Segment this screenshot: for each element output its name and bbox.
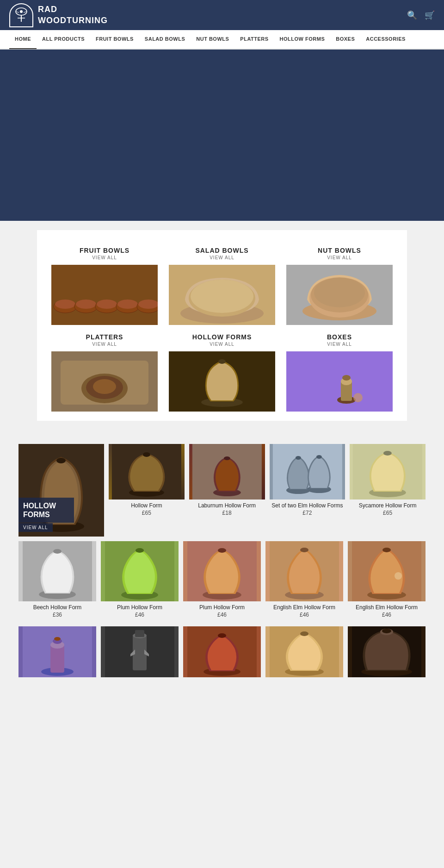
hollow-products-row3 <box>18 626 426 680</box>
product-price: £65 <box>142 510 151 516</box>
category-image <box>51 265 158 325</box>
nav-item-salad-bowls[interactable]: SALAD BOWLS <box>139 30 191 49</box>
product-image <box>265 626 343 677</box>
category-fruit-bowls[interactable]: FRUIT BOWLS VIEW ALL <box>46 239 163 325</box>
site-header: RAD WOODTURNING 🔍 🛒 <box>0 0 444 30</box>
product-english-elm-2[interactable]: English Elm Hollow Form £46 <box>348 541 426 622</box>
product-laburnum-hollow[interactable]: Laburnum Hollow Form £18 <box>189 444 265 537</box>
svg-rect-36 <box>286 351 393 412</box>
nav-item-fruit-bowls[interactable]: FRUIT BOWLS <box>90 30 139 49</box>
category-nut-bowls[interactable]: NUT BOWLS VIEW ALL <box>281 239 398 325</box>
product-plum-hollow-2[interactable]: Plum Hollow Form £46 <box>183 541 261 622</box>
product-price: £46 <box>135 612 144 618</box>
hollow-forms-section: HOLLOWFORMS VIEW ALL Hollow Form £65 <box>0 430 444 694</box>
svg-point-18 <box>138 300 158 309</box>
product-image <box>18 626 96 677</box>
hollow-hero-viewall[interactable]: VIEW ALL <box>18 523 53 532</box>
category-viewall[interactable]: VIEW ALL <box>92 255 117 260</box>
product-bottom-2[interactable] <box>101 626 179 680</box>
svg-point-70 <box>300 548 308 552</box>
svg-point-61 <box>53 549 62 554</box>
hollow-hero-title: HOLLOWFORMS <box>18 498 74 523</box>
product-name: English Elm Hollow Form <box>273 604 335 611</box>
product-plum-hollow-1[interactable]: Plum Hollow Form £46 <box>101 541 179 622</box>
product-price: £36 <box>53 612 62 618</box>
product-image <box>183 626 261 677</box>
svg-point-40 <box>342 375 351 381</box>
svg-point-22 <box>191 280 253 313</box>
svg-rect-77 <box>50 645 64 673</box>
category-image <box>286 351 393 412</box>
product-image <box>101 626 179 677</box>
svg-point-32 <box>93 379 116 394</box>
svg-point-94 <box>382 629 391 633</box>
product-elm-set[interactable]: Set of two Elm Hollow Forms £72 <box>270 444 345 537</box>
svg-point-50 <box>224 456 230 460</box>
svg-point-90 <box>300 631 308 636</box>
product-bottom-4[interactable] <box>265 626 343 680</box>
nav-item-hollow-forms[interactable]: HOLLOW FORMS <box>274 30 331 49</box>
product-name: Beech Hollow Form <box>33 604 82 611</box>
nav-item-platters[interactable]: PLATTERS <box>234 30 274 49</box>
category-viewall[interactable]: VIEW ALL <box>327 255 352 260</box>
svg-line-7 <box>24 12 27 12</box>
product-name: Set of two Elm Hollow Forms <box>271 502 343 509</box>
logo-text: RAD WOODTURNING <box>38 4 108 26</box>
svg-point-27 <box>314 278 365 307</box>
search-icon[interactable]: 🔍 <box>407 10 417 20</box>
svg-point-3 <box>20 10 23 13</box>
svg-point-35 <box>218 359 226 364</box>
category-viewall[interactable]: VIEW ALL <box>92 342 117 347</box>
product-bottom-3[interactable] <box>183 626 261 680</box>
nav-item-home[interactable]: HOME <box>9 30 37 49</box>
category-title: PLATTERS <box>86 333 123 341</box>
nav-item-boxes[interactable]: BOXES <box>330 30 360 49</box>
product-price: £18 <box>222 510 232 516</box>
product-image <box>348 541 426 601</box>
svg-point-12 <box>76 300 96 309</box>
product-price: £46 <box>300 612 309 618</box>
hollow-hero-cell[interactable]: HOLLOWFORMS VIEW ALL <box>18 444 104 537</box>
product-hollow-form-1[interactable]: Hollow Form £65 <box>109 444 185 537</box>
product-price: £46 <box>382 612 391 618</box>
category-viewall[interactable]: VIEW ALL <box>210 255 234 260</box>
category-hollow-forms[interactable]: HOLLOW FORMS VIEW ALL <box>164 326 280 412</box>
hero-banner <box>0 50 444 221</box>
svg-line-6 <box>16 12 19 12</box>
logo-area[interactable]: RAD WOODTURNING <box>9 3 108 27</box>
product-english-elm-1[interactable]: English Elm Hollow Form £46 <box>265 541 343 622</box>
product-bottom-5[interactable] <box>348 626 426 680</box>
product-bottom-1[interactable] <box>18 626 96 680</box>
categories-grid: FRUIT BOWLS VIEW ALL <box>46 239 398 412</box>
svg-point-44 <box>56 458 66 463</box>
product-image <box>350 444 426 500</box>
product-image <box>265 541 343 601</box>
product-beech-hollow[interactable]: Beech Hollow Form £36 <box>18 541 96 622</box>
category-title: FRUIT BOWLS <box>80 247 130 254</box>
nav-item-all-products[interactable]: ALL PRODUCTS <box>37 30 90 49</box>
category-platters[interactable]: PLATTERS VIEW ALL <box>46 326 163 412</box>
product-image <box>101 541 179 601</box>
product-price: £72 <box>302 510 312 516</box>
svg-point-64 <box>136 548 144 553</box>
category-viewall[interactable]: VIEW ALL <box>210 342 234 347</box>
product-sycamore-hollow[interactable]: Sycamore Hollow Form £65 <box>350 444 426 537</box>
category-salad-bowls[interactable]: SALAD BOWLS VIEW ALL <box>164 239 280 325</box>
svg-point-73 <box>382 548 391 552</box>
category-title: HOLLOW FORMS <box>192 333 252 341</box>
category-boxes[interactable]: BOXES VIEW ALL <box>281 326 398 412</box>
category-viewall[interactable]: VIEW ALL <box>327 342 352 347</box>
hollow-hero-image <box>18 444 104 537</box>
header-actions: 🔍 🛒 <box>407 10 435 20</box>
svg-point-87 <box>218 633 226 638</box>
svg-point-41 <box>353 393 363 402</box>
nav-item-nut-bowls[interactable]: NUT BOWLS <box>191 30 234 49</box>
cart-icon[interactable]: 🛒 <box>425 10 435 20</box>
product-name: Laburnum Hollow Form <box>198 502 256 509</box>
category-image <box>169 265 275 325</box>
svg-point-55 <box>316 455 321 459</box>
svg-point-80 <box>54 637 61 641</box>
nav-item-accessories[interactable]: ACCESSORIES <box>360 30 411 49</box>
category-title: BOXES <box>327 333 352 341</box>
product-name: Hollow Form <box>131 502 162 509</box>
